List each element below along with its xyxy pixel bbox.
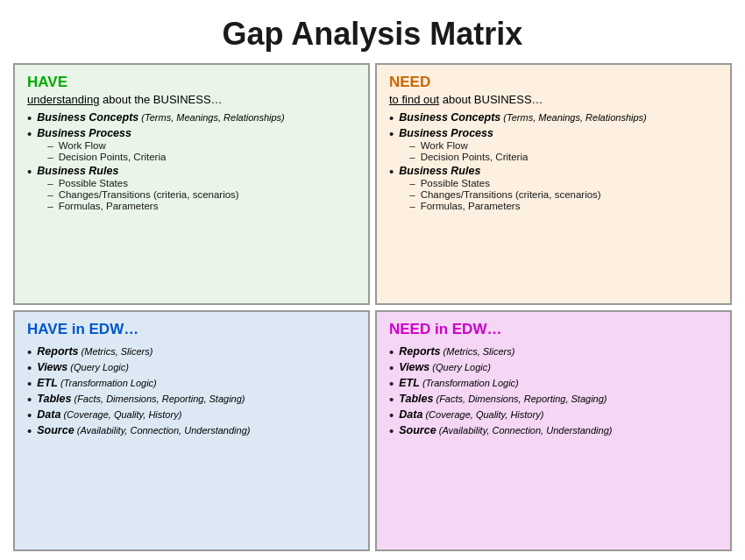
need-business-subheader-underline: to find out [389,93,439,106]
list-item: Business Rules Possible States Changes/T… [389,165,718,212]
item-normal: (Metrics, Slicers) [441,346,515,357]
list-item: ETL (Transformation Logic) [389,377,718,391]
list-item: Tables (Facts, Dimensions, Reporting, St… [27,393,356,407]
have-edw-header: HAVE in EDW… [27,321,356,338]
item-bold: Business Concepts [37,111,138,124]
list-item: ETL (Transformation Logic) [27,377,356,391]
item-bold: Business Concepts [399,111,500,124]
list-item: Source (Availability, Connection, Unders… [389,424,718,438]
list-item: Source (Availability, Connection, Unders… [27,424,356,438]
item-bold: Tables [37,393,71,405]
list-item: Reports (Metrics, Slicers) [389,345,718,359]
list-item: Views (Query Logic) [389,361,718,375]
quadrant-need-edw: NEED in EDW… Reports (Metrics, Slicers) … [375,310,732,552]
item-bold: ETL [37,377,58,389]
need-business-subheader-rest: about BUSINESS… [439,93,543,106]
item-normal: (Transformation Logic) [420,378,519,388]
list-item: Reports (Metrics, Slicers) [27,345,356,359]
sub-list: Possible States Changes/Transitions (cri… [47,178,238,211]
sub-item: Possible States [47,178,238,188]
item-normal: (Query Logic) [429,362,491,372]
item-normal: (Availability, Connection, Understanding… [436,425,613,436]
item-bold: ETL [399,377,420,389]
quadrant-need-business: NEED to find out about BUSINESS… Busines… [375,63,732,305]
list-item: Business Process Work Flow Decision Poin… [389,127,718,163]
item-bold: Views [37,361,67,373]
have-edw-list: Reports (Metrics, Slicers) Views (Query … [27,345,356,440]
item-normal: (Availability, Connection, Understanding… [74,425,251,436]
sub-list: Possible States Changes/Transitions (cri… [409,178,600,211]
sub-item: Work Flow [409,140,528,151]
have-business-subheader-rest: about the BUSINESS… [99,93,222,106]
need-business-subheader: to find out about BUSINESS… [389,93,718,106]
have-business-list: Business Concepts (Terms, Meanings, Rela… [27,111,356,214]
quadrant-have-edw: HAVE in EDW… Reports (Metrics, Slicers) … [13,310,370,552]
sub-item: Formulas, Parameters [409,201,600,211]
list-item: Business Rules Possible States Changes/T… [27,165,356,212]
page-title: Gap Analysis Matrix [13,9,732,63]
have-business-subheader: understanding about the BUSINESS… [27,93,356,106]
have-business-header: HAVE [27,74,356,91]
item-normal: (Coverage, Quality, History) [422,409,543,420]
item-bold: Reports [37,345,78,358]
need-business-header: NEED [389,74,718,91]
sub-item: Work Flow [47,140,166,151]
item-bold: Source [399,424,436,436]
list-item: Business Concepts (Terms, Meanings, Rela… [389,111,718,125]
item-bold: Business Rules [37,165,118,177]
list-item: Views (Query Logic) [27,361,356,375]
page: Gap Analysis Matrix HAVE understanding a… [0,0,745,560]
need-edw-list: Reports (Metrics, Slicers) Views (Query … [389,345,718,440]
sub-list: Work Flow Decision Points, Criteria [409,140,528,162]
list-item: Business Concepts (Terms, Meanings, Rela… [27,111,356,125]
need-edw-header: NEED in EDW… [389,321,718,338]
quadrant-grid: HAVE understanding about the BUSINESS… B… [13,63,732,551]
item-bold: Data [399,408,422,421]
need-business-list: Business Concepts (Terms, Meanings, Rela… [389,111,718,214]
item-bold: Data [37,408,60,421]
sub-item: Possible States [409,178,600,188]
item-bold: Source [37,424,74,436]
item-bold: Business Rules [399,165,480,177]
item-normal: (Facts, Dimensions, Reporting, Staging) [433,393,607,404]
item-bold: Tables [399,393,433,405]
list-item: Business Process Work Flow Decision Poin… [27,127,356,163]
item-normal: (Terms, Meanings, Relationships) [500,112,647,123]
list-item: Tables (Facts, Dimensions, Reporting, St… [389,393,718,407]
sub-item: Changes/Transitions (criteria, scenarios… [409,189,600,200]
sub-item: Decision Points, Criteria [409,152,528,162]
quadrant-have-business: HAVE understanding about the BUSINESS… B… [13,63,370,305]
sub-item: Changes/Transitions (criteria, scenarios… [47,189,238,200]
list-item: Data (Coverage, Quality, History) [27,408,356,422]
sub-item: Decision Points, Criteria [47,152,166,162]
item-bold: Business Process [399,127,493,139]
item-normal: (Facts, Dimensions, Reporting, Staging) [71,393,245,404]
item-bold: Views [399,361,429,373]
item-normal: (Terms, Meanings, Relationships) [138,112,285,123]
have-business-subheader-underline: understanding [27,93,99,106]
item-bold: Business Process [37,127,131,139]
item-normal: (Metrics, Slicers) [79,346,153,357]
item-normal: (Coverage, Quality, History) [60,409,181,420]
sub-item: Formulas, Parameters [47,201,238,211]
item-bold: Reports [399,345,440,358]
item-normal: (Transformation Logic) [58,378,157,388]
sub-list: Work Flow Decision Points, Criteria [47,140,166,162]
list-item: Data (Coverage, Quality, History) [389,408,718,422]
item-normal: (Query Logic) [67,362,129,372]
